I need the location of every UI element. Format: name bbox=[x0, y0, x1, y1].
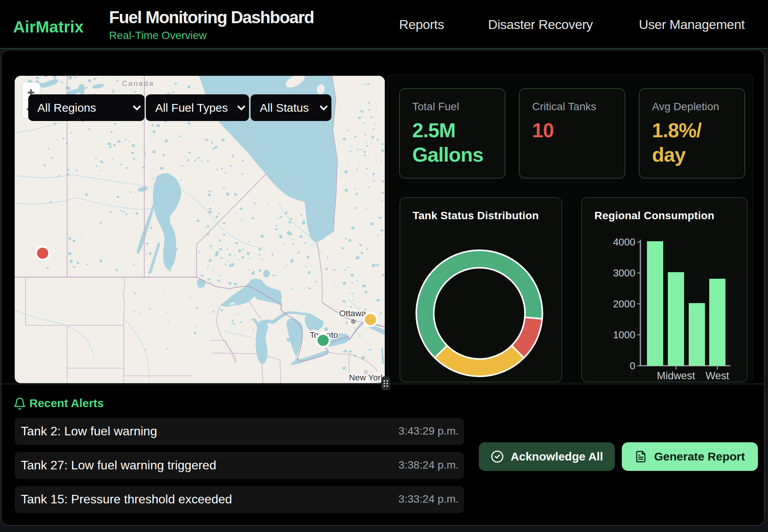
svg-text:New York: New York bbox=[349, 373, 385, 382]
svg-text:3000: 3000 bbox=[613, 267, 635, 279]
svg-text:0: 0 bbox=[630, 360, 635, 372]
svg-text:1000: 1000 bbox=[613, 329, 635, 341]
svg-text:Canada: Canada bbox=[122, 79, 154, 87]
svg-text:2000: 2000 bbox=[613, 298, 635, 310]
svg-text:Midwest: Midwest bbox=[657, 370, 695, 382]
svg-text:West: West bbox=[705, 370, 729, 382]
svg-text:4000: 4000 bbox=[613, 236, 635, 248]
svg-text:Ottawa: Ottawa bbox=[339, 309, 367, 318]
